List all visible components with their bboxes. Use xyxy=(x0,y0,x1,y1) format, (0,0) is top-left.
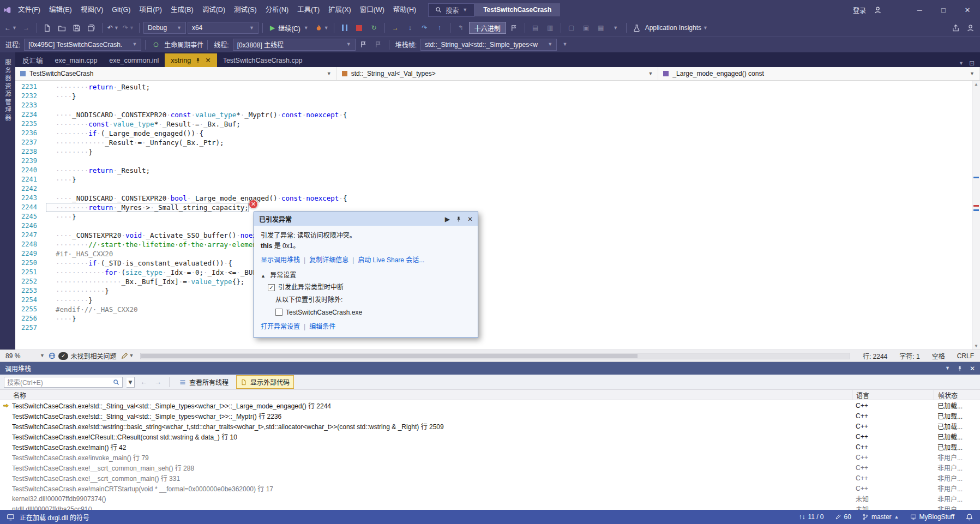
close-icon[interactable]: ✕ xyxy=(467,215,473,223)
new-file-button[interactable] xyxy=(41,21,54,34)
column-frame-status[interactable]: 帧状态 xyxy=(934,390,980,400)
call-stack-header[interactable]: 调用堆栈 ▼ ✕ xyxy=(0,362,980,375)
chevron-down-icon[interactable]: ▼ xyxy=(703,26,708,31)
editor-horizontal-scrollbar[interactable] xyxy=(140,353,850,359)
chevron-down-icon[interactable]: ▼ xyxy=(114,26,119,31)
tab-disassembly[interactable]: 反汇编 xyxy=(16,53,49,67)
stop-debugging-button[interactable] xyxy=(353,21,366,34)
menu-item[interactable]: 生成(B) xyxy=(166,0,198,20)
breadcrumb-item[interactable]: std::_String_val<_Val_types>▼ xyxy=(337,67,659,80)
tab-exe-main-cpp[interactable]: exe_main.cpp xyxy=(49,53,104,67)
code-line[interactable]: 2231········return·_Result; xyxy=(15,82,972,92)
navigate-backward-button[interactable]: ←▼ xyxy=(3,21,18,34)
code-line[interactable]: 2237············_Result·=·_Unfancy(_Bx._… xyxy=(15,138,972,147)
code-line[interactable]: 2235········const·value_type*·_Result·=·… xyxy=(15,119,972,129)
column-language[interactable]: 语言 xyxy=(852,390,934,400)
code-line[interactable]: 2240········return·_Result; xyxy=(15,166,972,175)
navigate-back-icon[interactable]: ← xyxy=(139,378,149,386)
live-share-icon[interactable] xyxy=(48,352,56,360)
callstack-row[interactable]: TestSwitchCaseCrash.exe!invoke_main() 行 … xyxy=(0,452,980,462)
sign-in-link[interactable]: 登录 xyxy=(853,5,866,15)
menu-item[interactable]: 工具(T) xyxy=(293,0,324,20)
redo-button[interactable]: ↷▼ xyxy=(122,21,135,34)
code-line[interactable]: 2256····} xyxy=(15,314,972,323)
code-line[interactable]: 2241····} xyxy=(15,175,972,184)
hex-display-toggle[interactable]: 十六进制 xyxy=(469,22,506,34)
menu-item[interactable]: 项目(P) xyxy=(135,0,166,20)
exception-link[interactable]: 显示调用堆栈 xyxy=(261,255,300,266)
tab-list-chevron[interactable]: ▼ xyxy=(959,61,964,66)
tab-exe-common-inl[interactable]: exe_common.inl xyxy=(103,53,165,67)
exception-link[interactable]: 打开异常设置 xyxy=(261,322,300,332)
undo-button[interactable]: ↶▼ xyxy=(106,21,120,34)
pending-edits[interactable]: 60 xyxy=(835,513,851,521)
scrollbar-thumb[interactable] xyxy=(141,354,638,358)
code-line[interactable]: 2242 xyxy=(15,184,972,194)
code-line[interactable]: 2252················_Bx._Buf[_Idx]·=·val… xyxy=(15,277,972,286)
code-line[interactable]: 2243····_NODISCARD·_CONSTEXPR20·bool·_La… xyxy=(15,194,972,203)
feedback-button[interactable] xyxy=(964,21,977,34)
undo-last-button[interactable]: ↰ xyxy=(454,21,467,34)
pin-icon[interactable] xyxy=(455,216,462,222)
stack-frame-dropdown[interactable]: std::_String_val<std::_Simple_types<w▼ xyxy=(420,39,557,51)
code-line[interactable]: 2249#if·_HAS_CXX20 xyxy=(15,249,972,258)
menu-item[interactable]: 编辑(E) xyxy=(45,0,76,20)
immediate-window-button[interactable]: ▢ xyxy=(565,21,578,34)
column-name[interactable]: 名称 xyxy=(0,390,852,400)
chevron-down-icon[interactable]: ▼ xyxy=(304,26,309,31)
application-insights-dropdown[interactable]: Application Insights xyxy=(645,24,701,32)
breadcrumb-item[interactable]: TestSwitchCaseCrash▼ xyxy=(15,67,337,80)
code-line[interactable]: 2233 xyxy=(15,101,972,110)
expander-icon[interactable]: ▲ xyxy=(261,273,266,279)
menu-item[interactable]: 文件(F) xyxy=(14,0,45,20)
menu-item[interactable]: 分析(N) xyxy=(261,0,293,20)
share-button[interactable] xyxy=(949,21,962,34)
scroll-up-arrow[interactable]: ▲ xyxy=(972,82,980,87)
tab-testswitchcasecrash-cpp[interactable]: TestSwitchCaseCrash.cpp xyxy=(217,53,309,67)
configuration-dropdown[interactable]: Debug▼ xyxy=(143,22,186,34)
document-health-indicator[interactable]: ✓ xyxy=(58,352,68,360)
callstack-row[interactable]: kernel32.dll!00007ffdb9907374()未知非用户... xyxy=(0,493,980,504)
breadcrumb-item[interactable]: _Large_mode_engaged() const▼ xyxy=(658,67,980,80)
save-all-button[interactable] xyxy=(85,21,98,34)
code-line[interactable]: 2238········} xyxy=(15,147,972,156)
close-icon[interactable]: ✕ xyxy=(205,56,211,64)
code-line[interactable]: 2253············} xyxy=(15,286,972,296)
close-button[interactable]: ✕ xyxy=(959,6,976,14)
lifecycle-events-button[interactable]: 生命周期事件 xyxy=(164,40,203,49)
code-line[interactable]: 2250········if·(_STD·is_constant_evaluat… xyxy=(15,258,972,268)
callstack-row[interactable]: TestSwitchCaseCrash.exe!CResult::CResult… xyxy=(0,431,980,442)
toolbar-options-chevron[interactable]: ▼ xyxy=(613,26,618,31)
chevron-down-icon[interactable]: ▼ xyxy=(12,26,17,31)
maximize-button[interactable]: □ xyxy=(935,6,952,14)
step-over-button[interactable]: ↷ xyxy=(418,21,431,34)
exclude-module-checkbox[interactable] xyxy=(275,309,282,316)
eol-indicator[interactable]: CRLF xyxy=(957,352,974,360)
view-all-threads-button[interactable]: 查看所有线程 xyxy=(176,376,232,388)
thread-dropdown[interactable]: [0x3808] 主线程▼ xyxy=(233,39,356,51)
publish-target[interactable]: MyBlogStuff xyxy=(910,513,954,521)
pin-icon[interactable] xyxy=(957,365,963,372)
menu-item[interactable]: 测试(S) xyxy=(230,0,261,20)
menu-item[interactable]: 视图(V) xyxy=(76,0,108,20)
hot-reload-button[interactable]: ▼ xyxy=(314,21,330,34)
menu-item[interactable]: 窗口(W) xyxy=(356,0,389,20)
process-dropdown[interactable]: [0x495C] TestSwitchCaseCrash.▼ xyxy=(24,39,141,51)
code-line[interactable]: 2245····} xyxy=(15,212,972,221)
break-checkbox[interactable]: ✓ xyxy=(268,284,275,291)
code-line[interactable]: 2234····_NODISCARD·_CONSTEXPR20·const·va… xyxy=(15,110,972,119)
show-next-statement-button[interactable]: → xyxy=(389,21,402,34)
minimize-button[interactable]: ─ xyxy=(911,6,928,14)
code-line[interactable]: 2244········return·_Myres·>·_Small_strin… xyxy=(15,203,972,212)
tab-xstring[interactable]: xstring✕ xyxy=(165,53,217,67)
char-indicator[interactable]: 字符: 1 xyxy=(899,351,919,360)
callstack-row[interactable]: ntdll.dll!00007ffdba25cc91()未知非用户... xyxy=(0,504,980,510)
server-explorer-tab[interactable]: 服务器资源管理器 xyxy=(0,52,15,350)
step-into-button[interactable]: ↓ xyxy=(404,21,417,34)
callstack-row[interactable]: TestSwitchCaseCrash.exe!std::wstring::ba… xyxy=(0,421,980,431)
navigate-forward-icon[interactable]: → xyxy=(153,378,163,386)
callstack-row[interactable]: TestSwitchCaseCrash.exe!std::_String_val… xyxy=(0,411,980,421)
code-line[interactable]: 2239 xyxy=(15,156,972,166)
line-indicator[interactable]: 行: 2244 xyxy=(863,351,887,360)
search-box[interactable]: 搜索 ▼ xyxy=(428,3,474,17)
